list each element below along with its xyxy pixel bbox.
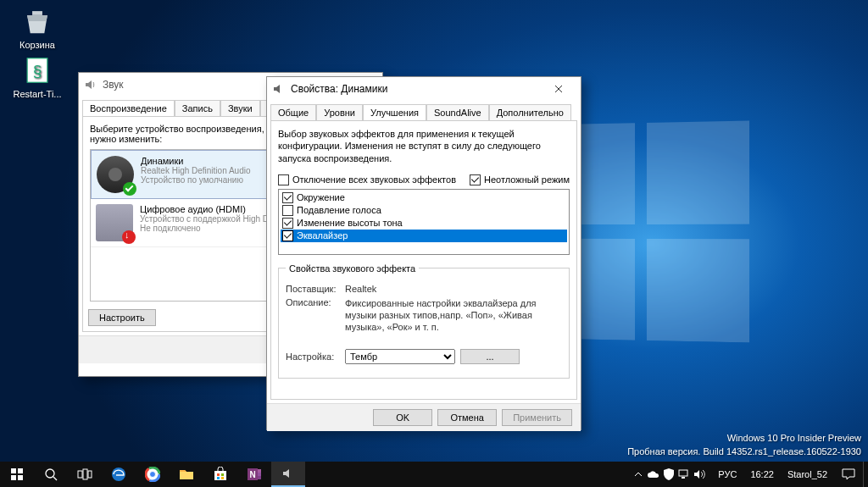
props-titlebar[interactable]: Свойства: Динамики — [267, 77, 581, 101]
svg-rect-3 — [11, 468, 16, 473]
desktop-icon-label: Restart-Ti... — [13, 89, 61, 99]
tab-recording[interactable]: Запись — [175, 100, 220, 116]
tab-enhancements[interactable]: Улучшения — [363, 104, 426, 120]
svg-rect-26 — [258, 473, 261, 476]
svg-rect-29 — [682, 477, 685, 479]
taskbar-edge[interactable] — [102, 462, 136, 487]
script-icon: § — [21, 54, 53, 86]
disable-all-effects-checkbox[interactable]: Отключение всех звуковых эффектов — [278, 174, 456, 185]
checkbox-icon — [282, 205, 293, 216]
folder-icon — [179, 468, 194, 481]
checkbox-icon — [278, 174, 289, 185]
svg-rect-18 — [214, 471, 226, 480]
start-button[interactable] — [0, 462, 34, 487]
chrome-icon — [145, 467, 160, 482]
close-icon — [554, 85, 563, 93]
svg-rect-9 — [78, 471, 82, 478]
taskbar: N РУС 16:22 Starol_52 — [0, 462, 868, 487]
windows-watermark: Windows 10 Pro Insider Preview Пробная в… — [627, 432, 861, 458]
taskbar-explorer[interactable] — [170, 462, 203, 487]
onedrive-icon[interactable] — [647, 468, 660, 481]
svg-rect-19 — [217, 473, 220, 476]
tab-general[interactable]: Общие — [270, 104, 316, 120]
svg-point-7 — [46, 469, 54, 478]
taskbar-store[interactable] — [203, 462, 237, 487]
setting-details-button[interactable]: ... — [460, 349, 520, 364]
effect-equalizer[interactable]: Эквалайзер — [281, 230, 567, 242]
desc-label: Описание: — [286, 297, 345, 334]
vendor-value: Realtek — [345, 284, 562, 294]
tab-levels[interactable]: Уровни — [316, 104, 363, 120]
tray-lang[interactable]: РУС — [711, 469, 743, 479]
tab-advanced[interactable]: Дополнительно — [489, 104, 571, 120]
network-icon[interactable] — [677, 468, 691, 481]
effect-label: Эквалайзер — [297, 230, 348, 241]
effect-label: Подавление голоса — [297, 205, 381, 215]
svg-text:§: § — [33, 62, 42, 80]
immediate-label: Неотложный режим — [484, 174, 570, 185]
tab-soundalive[interactable]: SoundAlive — [426, 104, 489, 120]
configure-button[interactable]: Настроить — [88, 309, 156, 326]
properties-window: Свойства: Динамики Общие Уровни Улучшени… — [266, 76, 581, 430]
effect-environment[interactable]: Окружение — [281, 191, 567, 204]
svg-rect-6 — [18, 475, 23, 480]
notification-icon — [842, 468, 855, 480]
immediate-mode-checkbox[interactable]: Неотложный режим — [470, 174, 570, 185]
svg-text:N: N — [249, 470, 255, 479]
task-view-icon — [77, 468, 92, 480]
effect-label: Изменение высоты тона — [297, 218, 403, 228]
device-name: Динамики — [141, 156, 251, 166]
tab-sounds[interactable]: Звуки — [220, 100, 260, 116]
enhancements-panel: Выбор звуковых эффектов для применения к… — [270, 120, 577, 400]
action-center-button[interactable] — [834, 462, 863, 487]
speaker-icon — [281, 467, 295, 480]
svg-rect-27 — [258, 476, 261, 479]
tab-playback[interactable]: Воспроизведение — [82, 100, 175, 116]
speaker-device-icon — [97, 156, 134, 193]
recycle-bin-icon — [21, 5, 53, 37]
props-title: Свойства: Динамики — [291, 83, 387, 95]
task-view-button[interactable] — [68, 462, 102, 487]
tray-up-icon[interactable] — [632, 468, 645, 481]
taskbar-onenote[interactable]: N — [237, 462, 271, 487]
down-arrow-icon — [122, 230, 136, 244]
watermark-line2: Пробная версия. Build 14352.rs1_release.… — [627, 445, 861, 458]
svg-rect-28 — [679, 470, 687, 476]
search-button[interactable] — [34, 462, 68, 487]
disable-all-label: Отключение всех звуковых эффектов — [292, 174, 456, 185]
svg-rect-21 — [217, 477, 220, 479]
check-icon — [123, 182, 136, 196]
svg-rect-20 — [221, 473, 224, 476]
defender-icon[interactable] — [662, 468, 676, 481]
edge-icon — [111, 467, 126, 482]
volume-icon[interactable] — [693, 468, 706, 481]
effect-voice-cancel[interactable]: Подавление голоса — [281, 204, 567, 217]
effects-list[interactable]: Окружение Подавление голоса Изменение вы… — [278, 189, 570, 255]
system-tray[interactable] — [626, 468, 711, 481]
windows-icon — [10, 468, 24, 481]
show-desktop-button[interactable] — [863, 462, 868, 487]
desc-value: Фиксированные настройки эквалайзера для … — [345, 297, 562, 334]
desktop-icon-label: Корзина — [19, 40, 55, 50]
desktop-icon-recycle-bin[interactable]: Корзина — [8, 5, 66, 50]
svg-rect-5 — [11, 475, 16, 480]
taskbar-chrome[interactable] — [136, 462, 170, 487]
desktop-icon-restart-ti[interactable]: § Restart-Ti... — [8, 54, 66, 99]
tray-user[interactable]: Starol_52 — [781, 469, 834, 479]
effect-pitch-shift[interactable]: Изменение высоты тона — [281, 217, 567, 230]
close-button[interactable] — [542, 79, 576, 99]
tray-clock[interactable]: 16:22 — [743, 469, 781, 479]
setting-label: Настройка: — [286, 351, 345, 362]
search-icon — [44, 468, 58, 481]
checkbox-icon — [282, 230, 293, 241]
cancel-button[interactable]: Отмена — [437, 409, 497, 426]
svg-line-8 — [53, 477, 57, 480]
group-title: Свойства звукового эффекта — [286, 263, 419, 274]
effect-label: Окружение — [297, 192, 345, 202]
taskbar-sound-settings[interactable] — [271, 462, 305, 487]
setting-combobox[interactable]: Тембр — [345, 349, 455, 364]
watermark-line1: Windows 10 Pro Insider Preview — [627, 432, 861, 445]
speaker-icon — [84, 78, 97, 91]
apply-button[interactable]: Применить — [502, 409, 572, 426]
ok-button[interactable]: OK — [373, 409, 432, 426]
